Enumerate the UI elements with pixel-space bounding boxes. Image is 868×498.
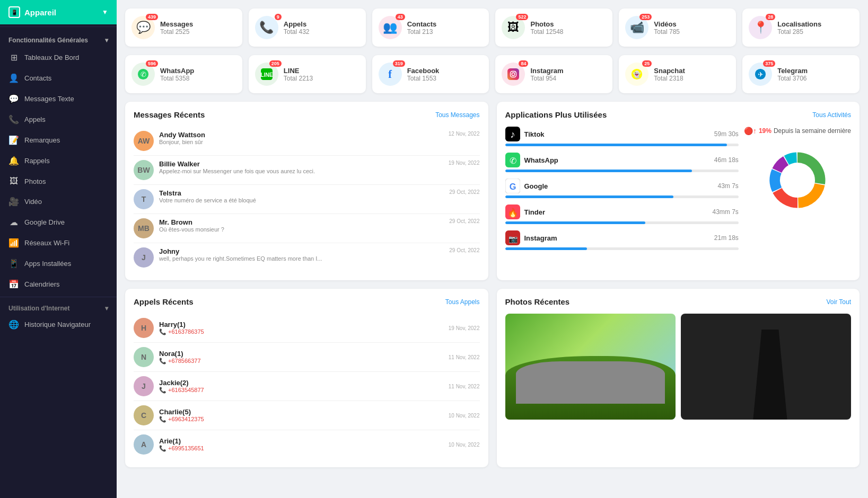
app-icon-whatsapp: ✆ [505, 153, 520, 167]
stat-card-instagram[interactable]: 84 Instagram Total 954 [495, 55, 612, 93]
svg-point-7 [515, 72, 516, 73]
sidebar-items2: 🌐 Historique Navigateur [0, 314, 117, 335]
call-item-charlie[interactable]: C Charlie(5) 📞 +6963412375 10 Nov, 2022 [134, 401, 480, 430]
sidebar-label-google: Google Drive [24, 218, 65, 226]
app-time-google: 43m 7s [718, 182, 739, 190]
avatar-nora: N [134, 347, 154, 367]
call-item-arie[interactable]: A Arie(1) 📞 +6995135651 10 Nov, 2022 [134, 430, 480, 459]
stat-info-messages: Messages Total 2525 [160, 20, 193, 35]
message-item-billie[interactable]: BW Billie Walker Appelez-moi sur Messeng… [134, 156, 480, 185]
sidebar-item-video[interactable]: 🎥 Vidéo [0, 191, 117, 212]
sidebar-label-reseaux: Réseaux Wi-Fi [24, 239, 69, 247]
call-date-jackie: 11 Nov, 2022 [449, 384, 480, 389]
app-header-tiktok: ♪ Tiktok 59m 30s [505, 127, 739, 141]
appels-panel-header: Appels Récents Tous Appels [134, 297, 480, 306]
app-item-tiktok[interactable]: ♪ Tiktok 59m 30s [505, 127, 739, 146]
voir-tout-link[interactable]: Voir Tout [827, 298, 851, 306]
msg-name-brown: Mr. Brown [159, 218, 444, 226]
stat-card-contacts[interactable]: 👥 43 Contacts Total 213 [372, 8, 489, 47]
sidebar-item-appels[interactable]: 📞 Appels [0, 109, 117, 130]
photos-icon: 🖼 [8, 176, 19, 186]
stat-label-instagram: Instagram [530, 67, 563, 75]
avatar-telstra: T [134, 189, 154, 209]
sidebar-item-messages[interactable]: 💬 Messages Texte [0, 88, 117, 109]
svg-text:✆: ✆ [509, 156, 516, 165]
sidebar-item-photos[interactable]: 🖼 Photos [0, 171, 117, 191]
photo-nature[interactable] [505, 314, 676, 420]
sidebar-item-google[interactable]: ☁ Google Drive [0, 212, 117, 233]
message-item-johny[interactable]: J Johny well, perhaps you re right.Somet… [134, 243, 480, 272]
app-item-tinder[interactable]: 🔥 Tinder 43mm 7s [505, 204, 739, 224]
call-item-harry[interactable]: H Harry(1) 📞 +6163786375 19 Nov, 2022 [134, 314, 480, 343]
device-selector[interactable]: 📱 Appareil ▼ [0, 0, 117, 24]
stat-card-videos[interactable]: 📹 253 Vidéos Total 785 [619, 8, 736, 47]
stat-label-appels: Appels [284, 20, 310, 28]
device-icon: 📱 [8, 6, 20, 18]
msg-preview-brown: Où êtes-vous monsieur ? [159, 226, 444, 233]
message-item-telstra[interactable]: T Telstra Votre numéro de service a été … [134, 185, 480, 214]
stat-card-photos[interactable]: 🖼 522 Photos Total 12548 [495, 8, 612, 47]
stat-icon-appels: 📞 [255, 16, 278, 39]
message-item-brown[interactable]: MB Mr. Brown Où êtes-vous monsieur ? 29 … [134, 214, 480, 243]
svg-text:🔥: 🔥 [507, 207, 519, 218]
sidebar-items: ⊞ Tableaux De Bord👤 Contacts💬 Messages T… [0, 47, 117, 295]
sidebar-item-contacts[interactable]: 👤 Contacts [0, 68, 117, 88]
tous-appels-link[interactable]: Tous Appels [445, 298, 480, 306]
app-item-google[interactable]: G Google 43m 7s [505, 179, 739, 198]
stat-value-videos: Total 785 [654, 28, 680, 35]
sidebar-item-remarques[interactable]: 📝 Remarques [0, 130, 117, 150]
tous-activites-link[interactable]: Tous Activités [812, 111, 851, 119]
sidebar-item-apps[interactable]: 📱 Apps Installées [0, 253, 117, 274]
stat-card-telegram[interactable]: ✈ 375 Telegram Total 3706 [742, 55, 860, 93]
stat-badge-contacts: 43 [396, 14, 405, 20]
message-item-andy[interactable]: AW Andy Wattson Bonjour, bien sûr 12 Nov… [134, 127, 480, 156]
stat-label-localisations: Localisations [777, 20, 821, 28]
app-name-whatsapp: WhatsApp [524, 156, 558, 164]
sidebar-label-remarques: Remarques [24, 136, 60, 144]
stat-card-appels[interactable]: 📞 9 Appels Total 432 [249, 8, 366, 47]
photos-panel: Photos Récentes Voir Tout [497, 289, 860, 467]
sidebar-label-historique: Historique Navigateur [24, 321, 91, 328]
call-item-jackie[interactable]: J Jackie(2) 📞 +6163545877 11 Nov, 2022 [134, 372, 480, 401]
avatar-jackie: J [134, 376, 154, 396]
svg-text:👻: 👻 [633, 70, 642, 79]
app-item-instagram[interactable]: 📷 Instagram 21m 18s [505, 230, 739, 250]
sidebar-item-calendriers[interactable]: 📅 Calendriers [0, 274, 117, 295]
photo-person[interactable] [681, 314, 851, 420]
call-item-nora[interactable]: N Nora(1) 📞 +678566377 11 Nov, 2022 [134, 343, 480, 372]
stat-icon-wrap-line: LINE 205 [255, 63, 278, 86]
content-row2: Appels Récents Tous Appels H Harry(1) 📞 … [125, 289, 860, 467]
stat-info-contacts: Contacts Total 213 [407, 20, 437, 35]
stat-card-line[interactable]: LINE 205 LINE Total 2213 [249, 55, 366, 93]
app-left-google: G Google [505, 179, 548, 193]
tous-messages-link[interactable]: Tous Messages [435, 111, 479, 119]
contacts-icon: 👤 [8, 73, 19, 83]
stat-info-localisations: Localisations Total 285 [777, 20, 821, 35]
stat-card-snapchat[interactable]: 👻 25 Snapchat Total 2318 [619, 55, 736, 93]
stat-card-messages[interactable]: 💬 439 Messages Total 2525 [125, 8, 242, 47]
stat-badge-telegram: 375 [763, 60, 775, 67]
stat-card-localisations[interactable]: 📍 28 Localisations Total 285 [742, 8, 860, 47]
app-header-whatsapp: ✆ WhatsApp 46m 18s [505, 153, 739, 167]
stat-info-snapchat: Snapchat Total 2318 [654, 67, 685, 82]
google-icon: ☁ [8, 217, 19, 227]
section1-title[interactable]: Fonctionnalités Générales ▾ [0, 29, 117, 47]
stat-icon-wrap-whatsapp: ✆ 596 [131, 63, 155, 86]
stat-value-whatsapp: Total 5358 [160, 75, 194, 82]
sidebar-item-historique[interactable]: 🌐 Historique Navigateur [0, 314, 117, 335]
app-name-tiktok: Tiktok [524, 130, 545, 138]
call-name-jackie: Jackie(2) [159, 379, 443, 387]
stat-icon-wrap-videos: 📹 253 [625, 16, 648, 39]
msg-date-brown: 29 Oct, 2022 [449, 218, 479, 224]
app-time-tiktok: 59m 30s [714, 130, 739, 138]
call-date-nora: 11 Nov, 2022 [449, 354, 480, 360]
stat-badge-localisations: 28 [766, 14, 775, 20]
app-item-whatsapp[interactable]: ✆ WhatsApp 46m 18s [505, 153, 739, 172]
stat-label-snapchat: Snapchat [654, 67, 685, 75]
section2-title[interactable]: Utilisation d'Internet ▾ [0, 299, 117, 314]
sidebar-item-tableaux[interactable]: ⊞ Tableaux De Bord [0, 47, 117, 68]
stat-card-whatsapp[interactable]: ✆ 596 WhatsApp Total 5358 [125, 55, 242, 93]
stat-card-facebook[interactable]: f 319 Facebook Total 1553 [372, 55, 489, 93]
sidebar-item-rappels[interactable]: 🔔 Rappels [0, 150, 117, 171]
sidebar-item-reseaux[interactable]: 📶 Réseaux Wi-Fi [0, 233, 117, 253]
